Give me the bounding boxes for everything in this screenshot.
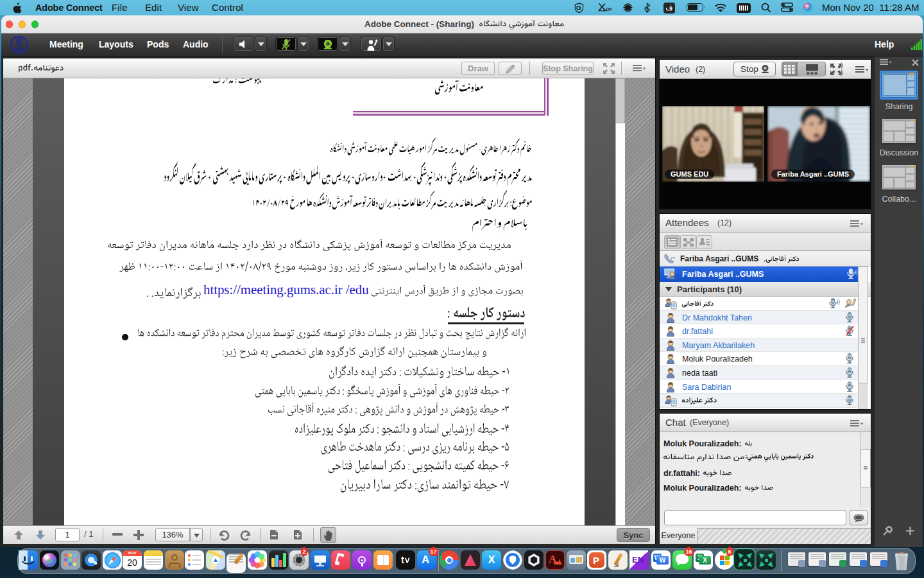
svg-text:Off: Off: [606, 7, 612, 12]
